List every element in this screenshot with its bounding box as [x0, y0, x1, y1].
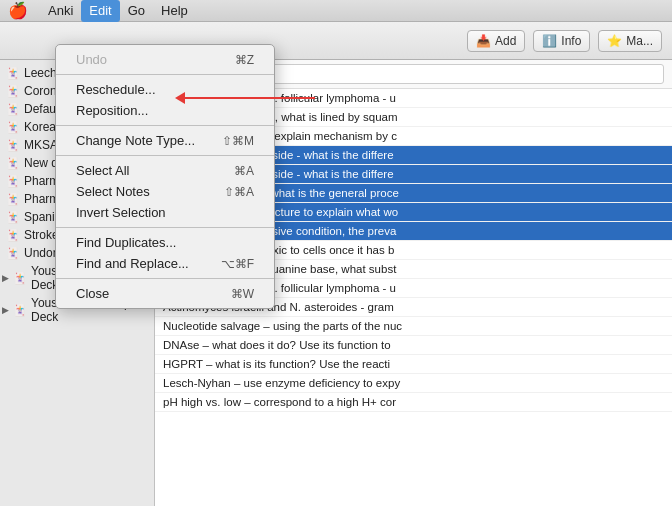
add-icon: 📥 [476, 34, 491, 48]
changenotetype-shortcut: ⇧⌘M [222, 134, 254, 148]
separator-1 [56, 74, 274, 75]
table-row[interactable]: Lesch-Nyhan – use enzyme deficiency to e… [155, 374, 672, 393]
menu-item-selectnotes[interactable]: Select Notes ⇧⌘A [56, 181, 274, 202]
reposition-label: Reposition... [76, 103, 148, 118]
close-label: Close [76, 286, 109, 301]
findreplace-shortcut: ⌥⌘F [221, 257, 254, 271]
star-icon: ⭐ [607, 34, 622, 48]
info-icon: ℹ️ [542, 34, 557, 48]
menubar-help[interactable]: Help [153, 0, 196, 22]
mark-button[interactable]: ⭐ Ma... [598, 30, 662, 52]
menu-item-findreplace[interactable]: Find and Replace... ⌥⌘F [56, 253, 274, 274]
findreplace-label: Find and Replace... [76, 256, 189, 271]
menu-item-findduplicates[interactable]: Find Duplicates... [56, 232, 274, 253]
menu-item-selectall[interactable]: Select All ⌘A [56, 160, 274, 181]
deck-icon: 🃏 [6, 193, 20, 206]
invertselection-label: Invert Selection [76, 205, 166, 220]
table-row[interactable]: DNAse – what does it do? Use its functio… [155, 336, 672, 355]
chevron-right-icon: ▶ [2, 273, 9, 283]
table-row[interactable]: pH high vs. low – correspond to a high H… [155, 393, 672, 412]
add-button[interactable]: 📥 Add [467, 30, 525, 52]
deck-icon: 🃏 [13, 304, 27, 317]
separator-5 [56, 278, 274, 279]
deck-icon: 🃏 [6, 121, 20, 134]
menu-item-undo[interactable]: Undo ⌘Z [56, 49, 274, 70]
deck-icon: 🃏 [6, 175, 20, 188]
reschedule-label: Reschedule... [76, 82, 156, 97]
menubar-edit[interactable]: Edit [81, 0, 119, 22]
selectall-label: Select All [76, 163, 129, 178]
table-row[interactable]: Nucleotide salvage – using the parts of … [155, 317, 672, 336]
deck-icon: 🃏 [13, 272, 27, 285]
menu-item-reschedule[interactable]: Reschedule... [56, 79, 274, 100]
close-shortcut: ⌘W [231, 287, 254, 301]
deck-icon: 🃏 [6, 139, 20, 152]
separator-4 [56, 227, 274, 228]
apple-menu[interactable]: 🍎 [8, 1, 28, 20]
app-window: 📥 Add ℹ️ Info ⭐ Ma... 🃏 Leech 🃏 Corona2 … [0, 22, 672, 506]
undo-label: Undo [76, 52, 107, 67]
deck-icon: 🃏 [6, 67, 20, 80]
table-row[interactable]: HGPRT – what is its function? Use the re… [155, 355, 672, 374]
deck-icon: 🃏 [6, 103, 20, 116]
edit-menu: Undo ⌘Z Reschedule... Reposition... Chan… [55, 44, 275, 309]
menubar-go[interactable]: Go [120, 0, 153, 22]
menu-item-close[interactable]: Close ⌘W [56, 283, 274, 304]
deck-icon: 🃏 [6, 229, 20, 242]
info-button[interactable]: ℹ️ Info [533, 30, 590, 52]
selectnotes-label: Select Notes [76, 184, 150, 199]
changenotetype-label: Change Note Type... [76, 133, 195, 148]
findduplicates-label: Find Duplicates... [76, 235, 176, 250]
separator-2 [56, 125, 274, 126]
menubar-anki[interactable]: Anki [40, 0, 81, 22]
menu-item-invertselection[interactable]: Invert Selection [56, 202, 274, 223]
selectnotes-shortcut: ⇧⌘A [224, 185, 254, 199]
menu-item-changenotetype[interactable]: Change Note Type... ⇧⌘M [56, 130, 274, 151]
undo-shortcut: ⌘Z [235, 53, 254, 67]
chevron-right-icon: ▶ [2, 305, 9, 315]
deck-icon: 🃏 [6, 247, 20, 260]
menu-item-reposition[interactable]: Reposition... [56, 100, 274, 121]
deck-icon: 🃏 [6, 85, 20, 98]
deck-icon: 🃏 [6, 211, 20, 224]
menubar: 🍎 Anki Edit Go Help [0, 0, 672, 22]
deck-icon: 🃏 [6, 157, 20, 170]
separator-3 [56, 155, 274, 156]
selectall-shortcut: ⌘A [234, 164, 254, 178]
